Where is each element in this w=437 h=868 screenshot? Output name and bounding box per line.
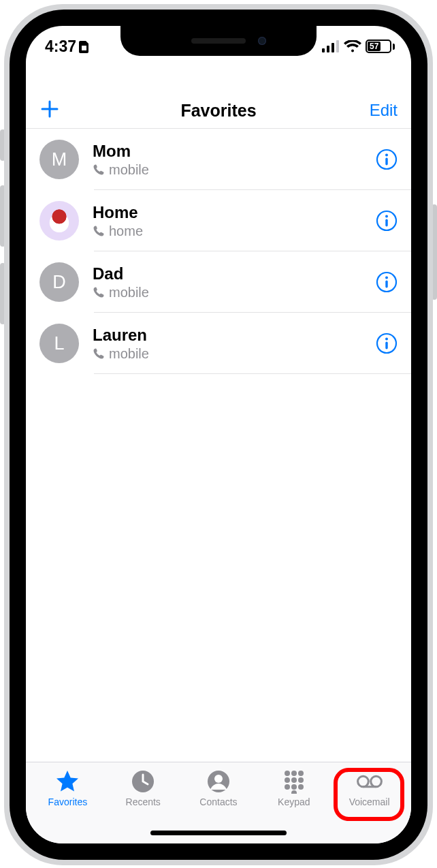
info-button[interactable]	[376, 210, 398, 232]
info-button[interactable]	[376, 332, 398, 354]
svg-point-15	[385, 338, 388, 341]
tab-label: Voicemail	[349, 796, 390, 807]
phone-handset-icon	[93, 225, 105, 237]
contact-avatar: M	[39, 140, 79, 179]
tab-label: Keypad	[278, 796, 310, 807]
svg-point-23	[285, 777, 290, 783]
svg-point-19	[214, 775, 223, 783]
contact-name: Dad	[93, 264, 376, 283]
info-button[interactable]	[376, 149, 398, 170]
contact-subline: mobile	[93, 285, 376, 300]
svg-point-26	[285, 784, 290, 790]
svg-point-21	[291, 771, 297, 776]
status-bar: 4:37 57	[26, 31, 411, 61]
favorite-row-text: Dadmobile	[93, 264, 376, 300]
svg-rect-16	[385, 342, 387, 350]
status-right: 57	[322, 40, 395, 53]
svg-point-22	[298, 771, 304, 776]
info-icon	[376, 332, 398, 354]
tab-label: Recents	[126, 796, 161, 807]
svg-point-31	[370, 776, 381, 787]
info-button[interactable]	[376, 271, 398, 293]
wifi-icon	[344, 40, 361, 52]
plus-icon	[39, 99, 60, 119]
status-time: 4:37	[45, 37, 76, 56]
svg-point-30	[357, 776, 368, 787]
contact-line-type: mobile	[109, 285, 149, 300]
tab-label: Contacts	[199, 796, 237, 807]
screen: 4:37 57	[26, 26, 411, 843]
contact-subline: home	[93, 223, 376, 239]
favorite-row[interactable]: DDadmobile	[26, 251, 411, 313]
favorites-list: MMommobileHomehomeDDadmobileLLaurenmobil…	[26, 129, 411, 374]
clock-icon	[131, 769, 155, 794]
tab-label: Favorites	[48, 796, 88, 807]
person-circle-icon	[206, 769, 231, 794]
voicemail-icon	[356, 773, 383, 790]
svg-point-29	[291, 790, 297, 794]
svg-point-12	[385, 277, 388, 279]
page-title: Favorites	[26, 101, 411, 121]
status-left: 4:37	[45, 37, 90, 56]
star-icon	[54, 769, 80, 794]
favorite-row[interactable]: LLaurenmobile	[26, 313, 411, 374]
svg-point-24	[291, 777, 297, 783]
edit-button[interactable]: Edit	[370, 101, 398, 120]
svg-rect-2	[327, 46, 329, 52]
svg-rect-1	[322, 48, 325, 52]
svg-rect-10	[385, 219, 387, 227]
sim-icon	[79, 40, 90, 53]
svg-point-28	[298, 784, 304, 790]
svg-rect-3	[331, 43, 334, 52]
contact-line-type: home	[109, 223, 143, 239]
tab-voicemail[interactable]: Voicemail	[331, 769, 407, 843]
phone-handset-icon	[93, 164, 105, 176]
info-icon	[376, 210, 398, 232]
contact-name: Lauren	[93, 326, 376, 345]
add-favorite-button[interactable]	[39, 99, 60, 122]
svg-point-9	[385, 215, 388, 218]
tab-favorites[interactable]: Favorites	[30, 769, 106, 843]
phone-handset-icon	[93, 286, 105, 298]
svg-rect-0	[82, 46, 86, 50]
favorite-row[interactable]: MMommobile	[26, 129, 411, 190]
svg-rect-13	[385, 281, 387, 288]
svg-rect-7	[385, 158, 387, 166]
battery-indicator: 57	[366, 40, 395, 53]
contact-subline: mobile	[93, 162, 376, 178]
contact-line-type: mobile	[109, 162, 149, 178]
phone-handset-icon	[93, 347, 105, 360]
contact-line-type: mobile	[109, 346, 149, 362]
info-icon	[376, 149, 398, 170]
svg-point-20	[285, 771, 290, 776]
favorite-row-text: Homehome	[93, 203, 376, 239]
favorite-row[interactable]: Homehome	[26, 190, 411, 251]
svg-point-27	[291, 784, 297, 790]
home-indicator[interactable]	[150, 831, 287, 835]
svg-point-6	[385, 154, 388, 157]
navigation-bar: Favorites Edit	[26, 93, 411, 128]
battery-percent: 57	[370, 42, 378, 51]
info-icon	[376, 271, 398, 293]
favorite-row-text: Laurenmobile	[93, 326, 376, 362]
contact-avatar: L	[39, 324, 79, 363]
cellular-signal-icon	[322, 40, 340, 52]
favorite-row-text: Mommobile	[93, 142, 376, 178]
contact-name: Home	[93, 203, 376, 222]
contact-subline: mobile	[93, 346, 376, 362]
svg-point-25	[298, 777, 304, 783]
svg-rect-4	[336, 40, 339, 52]
contact-avatar: D	[39, 262, 79, 302]
contact-name: Mom	[93, 142, 376, 161]
contact-avatar	[39, 201, 79, 241]
keypad-icon	[282, 769, 306, 794]
